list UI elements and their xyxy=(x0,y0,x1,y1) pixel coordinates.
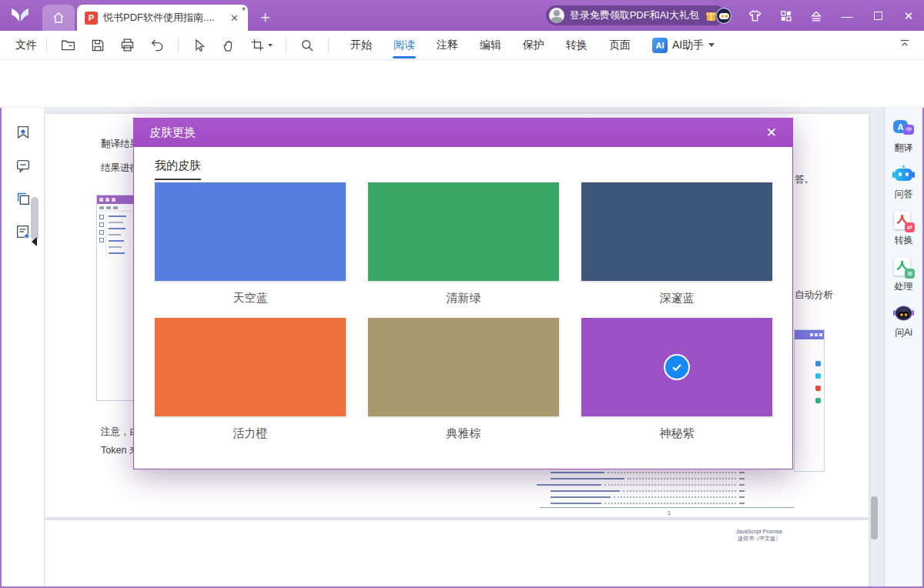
vertical-scrollbar-thumb[interactable] xyxy=(871,496,878,540)
skin-option-vivid-orange[interactable]: 活力橙 xyxy=(155,318,346,441)
unsaved-indicator: * xyxy=(242,5,246,16)
dialog-title: 皮肤更换 xyxy=(149,125,196,140)
bookmark-icon xyxy=(15,124,32,141)
grid-icon xyxy=(779,9,792,22)
skin-name: 典雅棕 xyxy=(368,426,559,441)
convert-label: 转换 xyxy=(895,234,913,247)
bookmarks-panel-button[interactable] xyxy=(2,117,45,148)
app-window: P 悦书PDF软件使用指南.... ✕ * ＋ 登录免费领取PDF和AI大礼包 xyxy=(0,0,924,588)
home-button[interactable] xyxy=(42,5,75,31)
skin-option-elegant-brown[interactable]: 典雅棕 xyxy=(368,318,559,441)
pdf-doc-icon: P xyxy=(85,12,98,25)
crop-tool-button[interactable] xyxy=(243,34,280,57)
separator xyxy=(328,38,329,53)
apps-grid-button[interactable] xyxy=(778,8,793,23)
ask-ai-label: 问Ai xyxy=(895,326,912,339)
panel-resize-grip[interactable] xyxy=(31,197,38,240)
skin-option-deep-blue[interactable]: 深邃蓝 xyxy=(581,182,772,306)
tab-annotate[interactable]: 注释 xyxy=(435,32,460,58)
tab-title: 悦书PDF软件使用指南.... xyxy=(103,11,223,25)
skin-option-mystic-purple[interactable]: 神秘紫 xyxy=(581,318,772,441)
convert-tool[interactable]: ⇄ 转换 xyxy=(893,211,914,247)
save-icon xyxy=(90,38,105,53)
ribbon-tabs: 开始 阅读 注释 编辑 保护 转换 页面 xyxy=(349,32,632,58)
avatar-icon xyxy=(549,8,564,23)
search-icon xyxy=(300,38,315,53)
collapse-toolbar-button[interactable] xyxy=(898,37,912,54)
app-logo-icon xyxy=(10,6,30,25)
process-pdf-icon: ⊞ xyxy=(893,257,914,278)
tab-start[interactable]: 开始 xyxy=(349,32,373,58)
translate-icon: A 中 xyxy=(893,119,914,139)
menu-bar: 文件 xyxy=(0,31,924,60)
skin-name: 神秘紫 xyxy=(581,426,772,441)
process-label: 处理 xyxy=(895,280,913,293)
tab-close-icon[interactable]: ✕ xyxy=(229,12,240,24)
panel-collapse-arrow[interactable] xyxy=(32,237,37,246)
tab-page[interactable]: 页面 xyxy=(608,32,632,58)
ai-assistant-menu[interactable]: AI AI助手 xyxy=(652,38,715,53)
qa-tool[interactable]: 问答 xyxy=(893,165,914,201)
page-text-fragment: 自动分析 xyxy=(795,289,833,302)
minimize-button[interactable]: — xyxy=(839,8,855,23)
thumbnails-icon xyxy=(15,190,32,207)
skin-option-sky-blue[interactable]: 天空蓝 xyxy=(155,182,346,306)
ai-tools-sidebar: A 中 翻译 问答 ⇄ 转换 xyxy=(884,108,922,586)
tab-protect[interactable]: 保护 xyxy=(521,32,546,58)
hand-icon xyxy=(221,38,236,53)
qa-robot-icon xyxy=(893,165,914,185)
tab-convert[interactable]: 转换 xyxy=(564,32,589,58)
select-tool-button[interactable] xyxy=(185,34,214,57)
skin-swatch xyxy=(155,318,346,416)
my-skins-tab[interactable]: 我的皮肤 xyxy=(155,159,201,180)
title-bar: P 悦书PDF软件使用指南.... ✕ * ＋ 登录免费领取PDF和AI大礼包 xyxy=(0,0,924,31)
skin-button[interactable] xyxy=(747,8,762,23)
separator xyxy=(286,38,286,53)
skin-swatch xyxy=(368,318,559,416)
skin-swatch xyxy=(581,182,772,281)
close-window-button[interactable]: ✕ xyxy=(901,8,916,23)
ask-ai-icon xyxy=(893,303,914,324)
convert-pdf-icon: ⇄ xyxy=(893,211,914,232)
next-page-title-line1: JavaScript Promise xyxy=(671,528,848,535)
tab-edit[interactable]: 编辑 xyxy=(478,32,503,58)
left-panel-sidebar xyxy=(2,108,45,586)
ai-badge-icon: AI xyxy=(652,38,668,53)
toc-page-number: 1 xyxy=(661,510,677,516)
ai-robot-button[interactable] xyxy=(716,8,732,23)
maximize-icon xyxy=(874,12,882,20)
folder-icon xyxy=(60,37,76,53)
login-button[interactable]: 登录免费领取PDF和AI大礼包 xyxy=(546,5,725,25)
dialog-close-button[interactable]: ✕ xyxy=(766,126,777,139)
reading-toolbar: − 53% + 19/22 xyxy=(0,60,924,108)
file-menu[interactable]: 文件 xyxy=(15,38,40,52)
undo-button[interactable] xyxy=(142,34,172,57)
collapse-icon xyxy=(898,37,912,51)
annotation-list-icon xyxy=(15,223,32,240)
process-tool[interactable]: ⊞ 处理 xyxy=(893,257,914,293)
caret-down-icon xyxy=(268,44,273,47)
qa-label: 问答 xyxy=(895,188,913,201)
ask-ai-tool[interactable]: 问Ai xyxy=(893,303,914,339)
maximize-button[interactable] xyxy=(870,8,886,23)
document-tab[interactable]: P 悦书PDF软件使用指南.... ✕ * xyxy=(77,5,248,31)
dialog-header: 皮肤更换 ✕ xyxy=(134,119,792,147)
print-button[interactable] xyxy=(112,34,142,57)
tab-read[interactable]: 阅读 xyxy=(392,32,417,58)
skin-swatch xyxy=(581,318,772,416)
skin-change-dialog: 皮肤更换 ✕ 我的皮肤 天空蓝 清新绿 xyxy=(133,118,793,469)
hand-tool-button[interactable] xyxy=(214,34,243,57)
save-button[interactable] xyxy=(83,34,112,57)
translate-tool[interactable]: A 中 翻译 xyxy=(893,119,914,155)
comments-panel-button[interactable] xyxy=(2,150,45,181)
new-tab-button[interactable]: ＋ xyxy=(257,6,273,28)
embedded-screenshot-figure xyxy=(794,329,825,472)
search-button[interactable] xyxy=(293,34,322,57)
collapse-window-button[interactable] xyxy=(808,8,824,23)
open-file-button[interactable] xyxy=(53,34,83,57)
cursor-icon xyxy=(192,38,207,53)
skin-option-fresh-green[interactable]: 清新绿 xyxy=(368,182,559,306)
skin-name: 清新绿 xyxy=(368,291,559,306)
page-text-fragment: 答。 xyxy=(795,173,814,186)
window-controls: — ✕ xyxy=(716,0,916,31)
